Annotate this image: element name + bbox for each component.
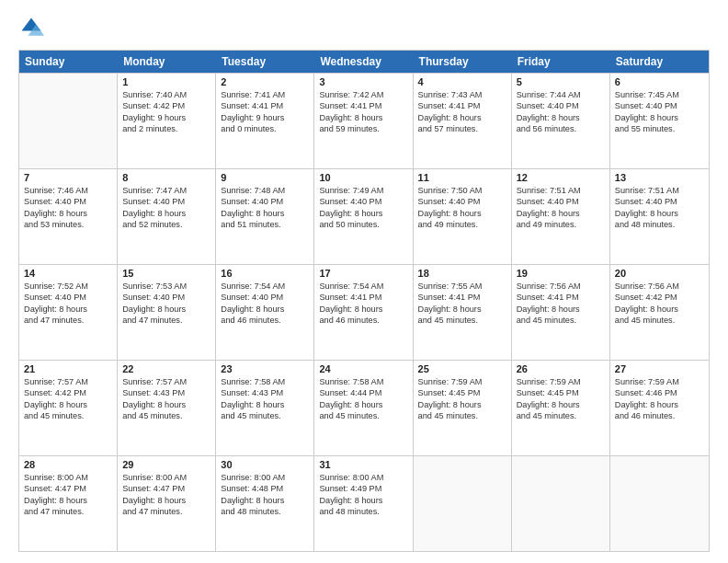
- daylight-line-1: Daylight: 8 hours: [319, 399, 407, 410]
- daylight-line-2: and 47 minutes.: [122, 315, 210, 326]
- day-number: 11: [418, 172, 506, 183]
- calendar-cell: 2Sunrise: 7:41 AMSunset: 4:41 PMDaylight…: [216, 74, 314, 168]
- daylight-line-1: Daylight: 8 hours: [122, 495, 210, 506]
- daylight-line-2: and 55 minutes.: [615, 123, 704, 134]
- calendar-cell: [512, 456, 610, 551]
- day-number: 25: [418, 363, 506, 374]
- sunrise-line: Sunrise: 7:42 AM: [319, 89, 407, 100]
- day-number: 9: [221, 172, 309, 183]
- calendar-cell: 26Sunrise: 7:59 AMSunset: 4:45 PMDayligh…: [512, 361, 610, 455]
- calendar-cell: 13Sunrise: 7:51 AMSunset: 4:40 PMDayligh…: [610, 169, 709, 264]
- daylight-line-1: Daylight: 8 hours: [418, 208, 506, 219]
- day-number: 7: [24, 172, 112, 183]
- daylight-line-1: Daylight: 8 hours: [517, 208, 605, 219]
- daylight-line-2: and 53 minutes.: [24, 219, 112, 230]
- sunset-line: Sunset: 4:42 PM: [24, 387, 112, 398]
- calendar-cell: [610, 456, 709, 551]
- header-day-friday: Friday: [512, 51, 610, 73]
- day-number: 4: [418, 76, 506, 87]
- sunrise-line: Sunrise: 7:49 AM: [319, 185, 407, 196]
- sunset-line: Sunset: 4:43 PM: [221, 387, 309, 398]
- day-number: 19: [517, 268, 605, 279]
- calendar-cell: 1Sunrise: 7:40 AMSunset: 4:42 PMDaylight…: [118, 74, 216, 168]
- daylight-line-2: and 57 minutes.: [418, 123, 506, 134]
- day-number: 5: [517, 76, 605, 87]
- daylight-line-2: and 45 minutes.: [615, 315, 704, 326]
- sunset-line: Sunset: 4:44 PM: [319, 387, 407, 398]
- calendar-cell: 28Sunrise: 8:00 AMSunset: 4:47 PMDayligh…: [19, 456, 118, 551]
- daylight-line-1: Daylight: 8 hours: [24, 304, 112, 315]
- day-number: 30: [221, 459, 309, 470]
- header: [18, 15, 710, 40]
- day-number: 1: [122, 76, 210, 87]
- calendar-row-3: 21Sunrise: 7:57 AMSunset: 4:42 PMDayligh…: [19, 360, 709, 455]
- logo-icon: [18, 15, 44, 40]
- day-number: 26: [517, 363, 605, 374]
- calendar-cell: 11Sunrise: 7:50 AMSunset: 4:40 PMDayligh…: [414, 169, 512, 264]
- sunrise-line: Sunrise: 7:50 AM: [418, 185, 506, 196]
- daylight-line-2: and 46 minutes.: [221, 315, 309, 326]
- daylight-line-2: and 45 minutes.: [221, 410, 309, 421]
- sunrise-line: Sunrise: 8:00 AM: [221, 472, 309, 483]
- sunset-line: Sunset: 4:40 PM: [24, 196, 112, 207]
- sunrise-line: Sunrise: 7:54 AM: [221, 281, 309, 292]
- sunset-line: Sunset: 4:41 PM: [418, 100, 506, 111]
- calendar-cell: 16Sunrise: 7:54 AMSunset: 4:40 PMDayligh…: [216, 265, 314, 360]
- daylight-line-1: Daylight: 8 hours: [24, 208, 112, 219]
- sunrise-line: Sunrise: 7:45 AM: [615, 89, 704, 100]
- daylight-line-2: and 45 minutes.: [418, 410, 506, 421]
- calendar-cell: 19Sunrise: 7:56 AMSunset: 4:41 PMDayligh…: [512, 265, 610, 360]
- daylight-line-1: Daylight: 8 hours: [319, 495, 407, 506]
- daylight-line-1: Daylight: 8 hours: [221, 304, 309, 315]
- daylight-line-1: Daylight: 9 hours: [221, 112, 309, 123]
- sunset-line: Sunset: 4:41 PM: [319, 100, 407, 111]
- calendar-row-1: 7Sunrise: 7:46 AMSunset: 4:40 PMDaylight…: [19, 168, 709, 264]
- sunrise-line: Sunrise: 7:41 AM: [221, 89, 309, 100]
- sunset-line: Sunset: 4:40 PM: [221, 292, 309, 303]
- sunrise-line: Sunrise: 7:46 AM: [24, 185, 112, 196]
- day-number: 20: [615, 268, 704, 279]
- daylight-line-1: Daylight: 8 hours: [24, 399, 112, 410]
- calendar-row-0: 1Sunrise: 7:40 AMSunset: 4:42 PMDaylight…: [19, 73, 709, 168]
- day-number: 8: [122, 172, 210, 183]
- daylight-line-2: and 0 minutes.: [221, 123, 309, 134]
- calendar-header: SundayMondayTuesdayWednesdayThursdayFrid…: [19, 51, 709, 73]
- calendar-cell: 17Sunrise: 7:54 AMSunset: 4:41 PMDayligh…: [314, 265, 413, 360]
- sunset-line: Sunset: 4:40 PM: [24, 292, 112, 303]
- calendar-cell: 7Sunrise: 7:46 AMSunset: 4:40 PMDaylight…: [19, 169, 118, 264]
- sunset-line: Sunset: 4:41 PM: [418, 292, 506, 303]
- calendar-cell: 24Sunrise: 7:58 AMSunset: 4:44 PMDayligh…: [314, 361, 413, 455]
- sunrise-line: Sunrise: 7:44 AM: [517, 89, 605, 100]
- day-number: 24: [319, 363, 407, 374]
- sunset-line: Sunset: 4:40 PM: [319, 196, 407, 207]
- daylight-line-1: Daylight: 8 hours: [319, 112, 407, 123]
- daylight-line-2: and 49 minutes.: [517, 219, 605, 230]
- daylight-line-2: and 45 minutes.: [24, 410, 112, 421]
- daylight-line-1: Daylight: 8 hours: [418, 112, 506, 123]
- sunrise-line: Sunrise: 7:58 AM: [319, 376, 407, 387]
- calendar-cell: 10Sunrise: 7:49 AMSunset: 4:40 PMDayligh…: [314, 169, 413, 264]
- day-number: 16: [221, 268, 309, 279]
- calendar-cell: 27Sunrise: 7:59 AMSunset: 4:46 PMDayligh…: [610, 361, 709, 455]
- sunset-line: Sunset: 4:42 PM: [122, 100, 210, 111]
- daylight-line-2: and 45 minutes.: [418, 315, 506, 326]
- day-number: 18: [418, 268, 506, 279]
- sunrise-line: Sunrise: 7:59 AM: [615, 376, 704, 387]
- calendar-cell: 23Sunrise: 7:58 AMSunset: 4:43 PMDayligh…: [216, 361, 314, 455]
- sunrise-line: Sunrise: 7:51 AM: [517, 185, 605, 196]
- header-day-tuesday: Tuesday: [216, 51, 314, 73]
- sunrise-line: Sunrise: 7:59 AM: [418, 376, 506, 387]
- header-day-thursday: Thursday: [414, 51, 512, 73]
- calendar-cell: 12Sunrise: 7:51 AMSunset: 4:40 PMDayligh…: [512, 169, 610, 264]
- daylight-line-1: Daylight: 8 hours: [122, 399, 210, 410]
- daylight-line-1: Daylight: 8 hours: [615, 399, 704, 410]
- daylight-line-2: and 47 minutes.: [24, 315, 112, 326]
- calendar-cell: 9Sunrise: 7:48 AMSunset: 4:40 PMDaylight…: [216, 169, 314, 264]
- sunset-line: Sunset: 4:40 PM: [122, 292, 210, 303]
- daylight-line-1: Daylight: 8 hours: [517, 112, 605, 123]
- daylight-line-1: Daylight: 8 hours: [615, 208, 704, 219]
- daylight-line-2: and 45 minutes.: [122, 410, 210, 421]
- day-number: 21: [24, 363, 112, 374]
- sunset-line: Sunset: 4:40 PM: [517, 196, 605, 207]
- calendar-cell: 6Sunrise: 7:45 AMSunset: 4:40 PMDaylight…: [610, 74, 709, 168]
